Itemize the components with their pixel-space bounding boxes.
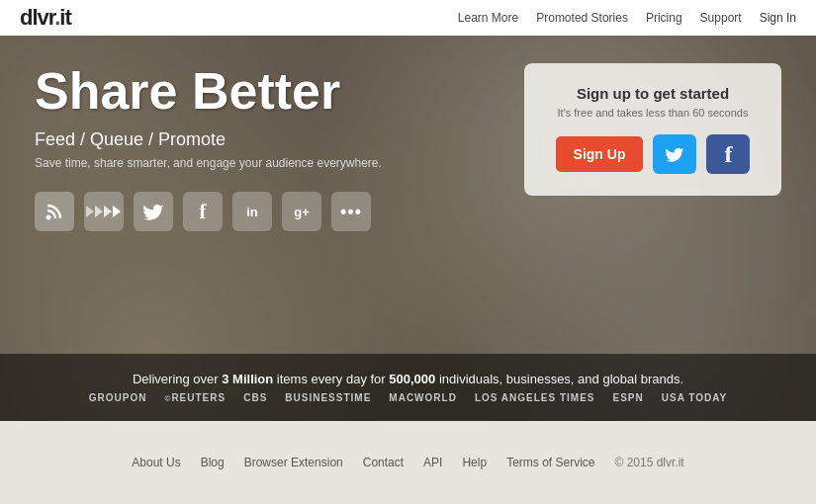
brand-cbs: CBS [243,392,267,403]
footer-links: About Us Blog Browser Extension Contact … [132,456,683,469]
rss-icon[interactable] [35,192,74,231]
footer-help[interactable]: Help [462,456,487,469]
logo: dlvr.it [20,5,71,31]
signup-button[interactable]: Sign Up [556,136,644,172]
social-icons-row: f in g+ ••• [35,192,781,231]
footer: About Us Blog Browser Extension Contact … [0,421,816,504]
footer-copyright: © 2015 dlvr.it [614,456,683,469]
queue-arrows-icon [84,192,124,231]
svg-marker-4 [113,206,121,217]
stats-bar: Delivering over 3 Million items every da… [0,354,816,421]
svg-marker-2 [95,206,103,217]
brand-groupon: GROUPON [89,392,147,403]
footer-about-us[interactable]: About Us [132,456,180,469]
footer-api[interactable]: API [423,456,442,469]
footer-browser-extension[interactable]: Browser Extension [244,456,343,469]
stats-highlight1: 3 Million [222,372,273,386]
nav-sign-in[interactable]: Sign In [760,11,796,25]
signup-title: Sign up to get started [548,85,758,102]
linkedin-social-icon[interactable]: in [232,192,272,231]
stats-after: individuals, businesses, and global bran… [435,372,683,386]
twitter-social-icon[interactable] [134,192,173,231]
footer-contact[interactable]: Contact [363,456,404,469]
nav-support[interactable]: Support [700,11,742,25]
logo-dot: . [54,5,59,30]
svg-marker-3 [104,206,112,217]
signup-buttons: Sign Up f [548,134,758,174]
facebook-signup-button[interactable]: f [706,134,750,174]
brand-espn: ESPN [613,392,644,403]
nav-pricing[interactable]: Pricing [646,11,682,25]
signup-box: Sign up to get started It's free and tak… [524,63,781,196]
stats-before: Delivering over [133,372,222,386]
more-social-icon[interactable]: ••• [331,192,371,231]
brand-businesstime: businesstime [285,392,371,403]
hero-section: Share Better Feed / Queue / Promote Save… [0,36,816,421]
nav-promoted-stories[interactable]: Promoted Stories [536,11,628,25]
twitter-signup-button[interactable] [653,134,696,174]
brand-usatoday: USA TODAY [662,392,727,403]
svg-point-0 [46,215,51,220]
brand-reuters: REUTERS [164,392,226,403]
brand-latimes: Los Angeles Times [475,392,595,403]
brand-macworld: Macworld [389,392,457,403]
brand-logos: GROUPON REUTERS CBS businesstime Macworl… [89,392,727,403]
nav: Learn More Promoted Stories Pricing Supp… [458,11,796,25]
header: dlvr.it Learn More Promoted Stories Pric… [0,0,816,36]
stats-highlight2: 500,000 [389,372,435,386]
facebook-social-icon[interactable]: f [183,192,223,231]
stats-middle: items every day for [273,372,389,386]
footer-terms[interactable]: Terms of Service [506,456,594,469]
stats-text: Delivering over 3 Million items every da… [133,372,683,386]
footer-blog[interactable]: Blog [201,456,225,469]
nav-learn-more[interactable]: Learn More [458,11,518,25]
signup-description: It's free and takes less than 60 seconds [548,107,758,119]
gplus-social-icon[interactable]: g+ [282,192,321,231]
svg-marker-1 [86,206,94,217]
